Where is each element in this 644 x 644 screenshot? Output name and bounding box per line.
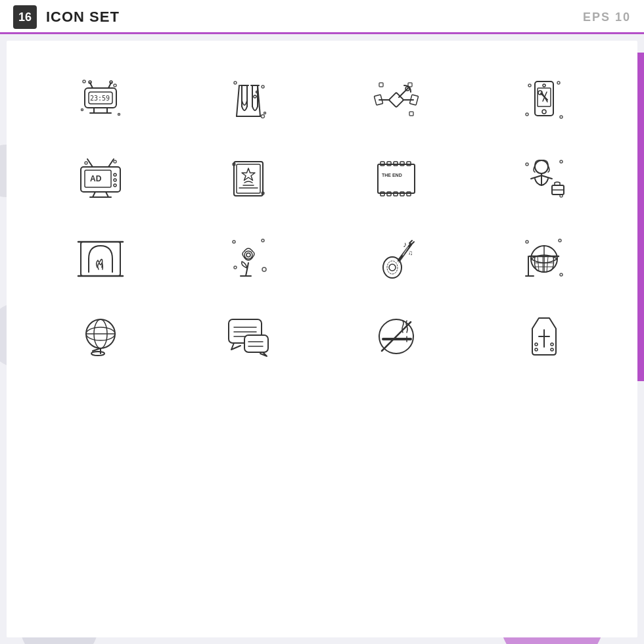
svg-rect-71 [378, 164, 415, 193]
svg-text:♫: ♫ [408, 249, 413, 256]
svg-point-84 [560, 160, 563, 163]
svg-rect-66 [234, 162, 263, 196]
svg-point-42 [526, 113, 528, 116]
main-content: 23:59 [7, 41, 637, 637]
svg-line-120 [538, 256, 539, 271]
svg-point-41 [560, 116, 563, 118]
icon-cell-globe [26, 297, 174, 376]
svg-point-39 [528, 84, 531, 87]
header-eps: EPS 10 [583, 11, 631, 24]
fireplace-icon [74, 231, 127, 284]
icon-cell-satellite [322, 60, 470, 139]
svg-line-55 [108, 159, 114, 167]
svg-line-37 [399, 88, 408, 97]
svg-point-149 [551, 343, 553, 346]
svg-point-2 [118, 114, 120, 116]
icon-cell-mobile [470, 60, 618, 139]
icon-cell-tv: AD [26, 139, 174, 218]
svg-line-27 [237, 85, 239, 116]
svg-marker-68 [242, 168, 255, 181]
svg-line-88 [531, 175, 541, 179]
no-smoking-icon [370, 310, 423, 363]
svg-text:AD: AD [90, 174, 102, 183]
svg-rect-92 [81, 242, 120, 276]
svg-point-17 [261, 115, 264, 118]
icon-cell-guitar: ♪ ♫ [322, 218, 470, 297]
header: 16 ICON SET EPS 10 [0, 0, 644, 34]
svg-point-60 [114, 184, 116, 187]
basketball-icon [518, 231, 570, 284]
svg-point-58 [114, 173, 116, 176]
svg-point-0 [83, 80, 85, 83]
icon-cell-no-smoking [322, 297, 470, 376]
svg-rect-29 [379, 83, 383, 87]
svg-point-96 [262, 239, 264, 242]
svg-point-98 [246, 253, 250, 257]
icon-cell-clock: 23:59 [26, 60, 174, 139]
header-badge: 16 [13, 5, 37, 29]
satellite-icon [370, 74, 423, 126]
svg-point-24 [254, 95, 256, 98]
svg-point-59 [114, 179, 116, 181]
svg-text:23:59: 23:59 [90, 95, 110, 102]
svg-point-150 [535, 348, 538, 351]
svg-point-52 [114, 160, 116, 163]
svg-point-86 [535, 160, 548, 173]
icon-cell-the-end: THE END [322, 139, 470, 218]
svg-point-100 [262, 267, 266, 271]
svg-point-51 [85, 162, 87, 164]
svg-point-151 [551, 348, 553, 351]
star-card-icon [222, 152, 275, 205]
icon-cell-basketball [470, 218, 618, 297]
icon-cell-star-card [174, 139, 322, 218]
svg-line-54 [87, 159, 93, 167]
svg-rect-138 [244, 335, 268, 352]
svg-rect-30 [409, 112, 413, 116]
svg-line-111 [411, 242, 414, 244]
svg-point-101 [234, 266, 237, 269]
svg-point-83 [526, 163, 528, 166]
svg-point-133 [91, 352, 104, 356]
svg-point-40 [557, 81, 560, 84]
svg-point-116 [560, 273, 563, 276]
chat-icon [222, 310, 275, 363]
svg-point-44 [543, 84, 545, 87]
svg-point-115 [559, 239, 561, 242]
mobile-tools-icon [518, 74, 570, 126]
svg-line-61 [93, 192, 95, 197]
svg-text:♪: ♪ [403, 240, 407, 249]
svg-point-114 [526, 241, 528, 243]
globe-icon [74, 310, 127, 363]
header-title: ICON SET [46, 9, 583, 26]
svg-line-62 [106, 192, 108, 197]
icon-grid: 23:59 [7, 47, 637, 389]
test-tubes-icon [222, 74, 275, 126]
header-divider [0, 32, 644, 34]
tv-ad-icon: AD [74, 152, 127, 205]
svg-line-110 [409, 241, 412, 243]
svg-point-14 [234, 81, 237, 84]
icon-cell-coffin [470, 297, 618, 376]
icon-cell-fireplace [26, 218, 174, 297]
svg-line-122 [547, 256, 548, 272]
guitar-icon: ♪ ♫ [370, 231, 423, 284]
clock-icon: 23:59 [74, 74, 127, 126]
svg-line-89 [541, 175, 552, 179]
svg-text:THE END: THE END [382, 173, 402, 177]
icon-cell-test-tubes [174, 60, 322, 139]
female-worker-icon [518, 152, 570, 205]
coffin-icon [518, 310, 570, 363]
svg-point-106 [389, 264, 396, 271]
svg-line-132 [93, 348, 101, 351]
rose-icon [222, 231, 275, 284]
icon-cell-rose [174, 218, 322, 297]
svg-point-1 [114, 84, 116, 87]
svg-point-16 [264, 112, 265, 114]
svg-point-148 [535, 343, 538, 346]
the-end-icon: THE END [370, 152, 423, 205]
icon-cell-chat [174, 297, 322, 376]
svg-point-15 [262, 85, 264, 88]
svg-point-95 [233, 241, 235, 243]
icon-cell-female-worker [470, 139, 618, 218]
svg-point-45 [542, 110, 546, 114]
